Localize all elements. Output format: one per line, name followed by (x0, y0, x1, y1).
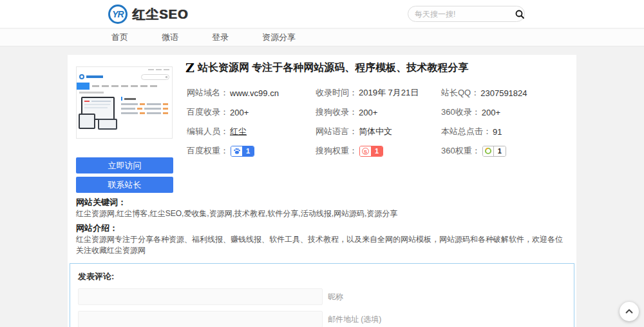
nav-item-weiyu[interactable]: 微语 (162, 32, 178, 43)
page-title: Z 站长资源网 专注于各种网站源码、程序模板、技术教程分享 (185, 61, 572, 75)
contact-webmaster-button[interactable]: 联系站长 (76, 177, 173, 193)
chevron-up-icon (625, 307, 634, 316)
thumb-breadcrumb (79, 92, 104, 94)
thumb-nav (77, 83, 172, 90)
nav-item-login[interactable]: 登录 (212, 32, 229, 43)
info-360-weight: 360权重： 1 (441, 141, 573, 161)
site-screenshot-thumbnail[interactable] (76, 66, 173, 139)
visit-site-button[interactable]: 立即访问 (76, 157, 173, 173)
logo-text: 红尘SEO (132, 6, 188, 23)
comment-form: 发表评论: 昵称 邮件地址 (选填) 个人主页 (选填) (70, 263, 574, 327)
search-icon[interactable] (515, 9, 525, 19)
page: YR 红尘SEO 首页 微语 登录 资源分享 (0, 0, 644, 327)
thumb-logo-row (77, 72, 172, 81)
site-favicon-z: Z (185, 62, 194, 74)
email-row: 邮件地址 (选填) (78, 311, 566, 327)
info-editor: 编辑人员： 红尘 (187, 122, 316, 141)
keywords-heading: 网站关键词： (76, 197, 126, 208)
thumb-search-bar (141, 74, 169, 80)
thumb-logo-icon (79, 74, 84, 79)
sogou-icon: S (360, 146, 371, 156)
sogou-weight-badge: S 1 (359, 146, 383, 157)
search-input[interactable] (415, 10, 515, 19)
thumb-body (77, 95, 172, 130)
info-360-index: 360收录： 200+ (441, 103, 573, 122)
baidu-weight-badge: 1 (231, 146, 254, 157)
thumb-topbar (77, 67, 172, 72)
info-sogou-weight: 搜狗权重： S 1 (316, 141, 441, 161)
info-domain: 网站域名： www.vc99.cn (187, 83, 316, 103)
thumb-devices-image (79, 97, 118, 130)
thumb-article-list (121, 97, 170, 130)
nickname-row: 昵称 (78, 288, 566, 305)
info-date: 收录时间： 2019年 7月21日 (316, 83, 441, 103)
site-logo[interactable]: YR 红尘SEO (108, 5, 188, 24)
comment-form-heading: 发表评论: (78, 271, 566, 282)
site-info-grid: 网站域名： www.vc99.cn 收录时间： 2019年 7月21日 站长QQ… (187, 83, 573, 161)
site-title-text: 站长资源网 专注于各种网站源码、程序模板、技术教程分享 (198, 61, 468, 75)
info-baidu-index: 百度收录： 200+ (187, 103, 316, 122)
intro-heading: 网站介绍： (76, 223, 118, 234)
360-weight-badge: 1 (482, 146, 506, 157)
360-icon (483, 146, 494, 156)
nav-item-home[interactable]: 首页 (111, 32, 128, 43)
main-nav: 首页 微语 登录 资源分享 (0, 29, 644, 46)
scroll-to-top-button[interactable] (620, 302, 639, 321)
site-detail-card: Z 站长资源网 专注于各种网站源码、程序模板、技术教程分享 网站域名： www.… (68, 55, 576, 327)
logo-circle-icon: YR (108, 5, 128, 24)
thumb-logo-bar (86, 75, 103, 78)
intro-text: 红尘资源网专注于分享各种资源、福利线报、赚钱线报、软件工具、技术教程，以及来自全… (76, 234, 565, 256)
nickname-label: 昵称 (328, 292, 343, 302)
search-box (408, 6, 525, 22)
baidu-paw-icon (231, 146, 242, 156)
info-clicks: 本站总点击： 91 (441, 122, 573, 141)
info-sogou-index: 搜狗收录： 200+ (316, 103, 441, 122)
email-input[interactable] (78, 311, 323, 327)
header: YR 红尘SEO (0, 0, 644, 28)
editor-link[interactable]: 红尘 (230, 126, 247, 137)
info-baidu-weight: 百度权重： 1 (187, 141, 316, 161)
logo-monogram: YR (112, 9, 123, 19)
info-language: 网站语言： 简体中文 (316, 122, 441, 141)
nickname-input[interactable] (78, 288, 323, 305)
keywords-text: 红尘资源网,红尘博客,红尘SEO,爱收集,资源网,技术教程,软件分享,活动线报,… (76, 208, 565, 219)
nav-item-share[interactable]: 资源分享 (262, 32, 296, 43)
email-label: 邮件地址 (选填) (328, 314, 381, 325)
info-qq: 站长QQ： 2307591824 (441, 83, 573, 103)
